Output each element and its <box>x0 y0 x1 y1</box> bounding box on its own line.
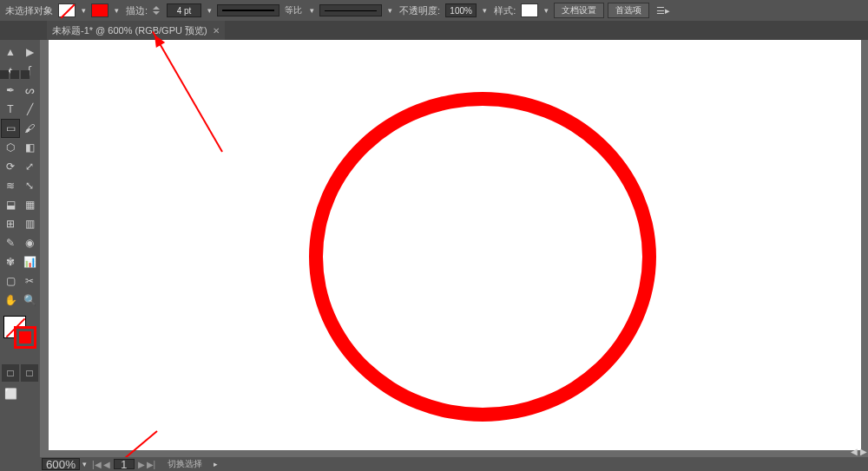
slice-tool[interactable]: ✂ <box>21 272 38 290</box>
artboard-nav: |◀ ◀ <box>89 460 114 469</box>
rotate-tool[interactable]: ⟳ <box>2 158 19 175</box>
opacity-dropdown[interactable]: ▾ <box>480 3 489 17</box>
zoom-dropdown[interactable]: ▾ <box>80 457 89 471</box>
gradient-tool[interactable]: ▥ <box>21 215 38 232</box>
style-label: 样式: <box>492 4 517 17</box>
fill-stroke-swatches[interactable] <box>2 316 38 350</box>
annotation-arrow-1 <box>152 31 223 153</box>
status-bar: ▾ |◀ ◀ ▶ ▶| 切换选择 ▸ <box>0 457 868 471</box>
toolbox: ▲ ▶ ✦ ʃ ✒ ᔕ T ╱ ▭ 🖌 ⬡ ◧ ⟳ ⤢ ≋ ⤡ ⬓ ▦ ⊞ ▥ … <box>0 40 40 457</box>
paintbrush-tool[interactable]: 🖌 <box>21 120 38 137</box>
width-tool[interactable]: ≋ <box>2 177 19 194</box>
options-flyout-icon[interactable]: ☰▸ <box>653 5 674 16</box>
direct-selection-tool[interactable]: ▶ <box>21 43 38 61</box>
graphic-style-swatch[interactable] <box>521 3 538 17</box>
symbol-sprayer-tool[interactable]: ✾ <box>2 253 19 271</box>
rectangle-tool[interactable]: ▭ <box>2 120 19 137</box>
stroke-color-swatch[interactable] <box>14 326 36 349</box>
canvas-wrap: ◀ ▶ <box>40 40 868 457</box>
pen-tool[interactable]: ✒ <box>2 82 19 99</box>
selection-status-label[interactable]: 切换选择 <box>159 458 211 470</box>
stroke-width-dropdown[interactable]: ▾ <box>205 3 214 17</box>
artboard-prev-icon[interactable]: ◀ <box>103 460 110 469</box>
document-setup-button[interactable]: 文档设置 <box>554 3 604 18</box>
stroke-width-input[interactable] <box>167 3 201 17</box>
brush-def-dropdown[interactable]: ▾ <box>385 3 394 17</box>
curvature-tool[interactable]: ᔕ <box>21 82 38 99</box>
no-selection-label: 未选择对象 <box>3 4 55 17</box>
screen-mode-button[interactable]: ⬜ <box>2 385 19 402</box>
hand-tool[interactable]: ✋ <box>2 291 19 309</box>
artboard-first-icon[interactable]: |◀ <box>92 460 102 469</box>
opacity-input[interactable] <box>445 3 477 17</box>
status-dropdown[interactable]: ▸ <box>211 457 220 471</box>
artboard-tool[interactable]: ▢ <box>2 272 19 290</box>
artboard-nav-next: ▶ ▶| <box>135 460 160 469</box>
selection-tool[interactable]: ▲ <box>2 43 19 61</box>
stroke-dropdown[interactable]: ▾ <box>112 3 121 17</box>
scroll-arrow-icon[interactable]: ◀ ▶ <box>851 447 867 456</box>
stroke-swatch[interactable] <box>91 3 108 17</box>
drawing-mode-behind[interactable]: □ <box>21 364 38 382</box>
stroke-profile-label: 等比 <box>283 4 304 16</box>
shaper-tool[interactable]: ⬡ <box>2 139 19 156</box>
options-bar: 未选择对象 ▾ ▾ 描边: ▾ 等比 ▾ ▾ 不透明度: ▾ 样式: ▾ 文档设… <box>0 0 868 21</box>
stroke-profile-dropdown[interactable]: ▾ <box>307 3 316 17</box>
artboard-last-icon[interactable]: ▶| <box>147 460 156 469</box>
line-segment-tool[interactable]: ╱ <box>21 101 38 118</box>
perspective-grid-tool[interactable]: ▦ <box>21 196 38 213</box>
brush-def-preview[interactable] <box>319 4 382 16</box>
fill-swatch[interactable] <box>58 3 76 17</box>
graphic-style-dropdown[interactable]: ▾ <box>542 3 550 17</box>
artboard-number-input[interactable] <box>114 459 135 469</box>
opacity-label: 不透明度: <box>398 4 442 17</box>
scale-tool[interactable]: ⤢ <box>21 158 38 175</box>
blend-tool[interactable]: ◉ <box>21 234 38 252</box>
stroke-label: 描边: <box>124 4 149 17</box>
mesh-tool[interactable]: ⊞ <box>2 215 19 232</box>
stroke-width-spinner[interactable] <box>153 3 163 17</box>
document-tab-label: 未标题-1* @ 600% (RGB/GPU 预览) <box>52 24 207 37</box>
drawing-mode-normal[interactable]: □ <box>2 364 19 382</box>
column-graph-tool[interactable]: 📊 <box>21 253 38 271</box>
eraser-tool[interactable]: ◧ <box>21 139 38 156</box>
zoom-level-input[interactable] <box>42 458 80 470</box>
stroke-profile-preview[interactable] <box>217 4 279 16</box>
drawn-circle-shape[interactable] <box>309 92 656 422</box>
artboard-next-icon[interactable]: ▶ <box>138 460 145 469</box>
color-mode-minis[interactable] <box>0 70 35 81</box>
close-tab-icon[interactable]: ✕ <box>213 26 220 36</box>
zoom-tool[interactable]: 🔍 <box>21 291 38 309</box>
fill-dropdown[interactable]: ▾ <box>79 3 88 17</box>
type-tool[interactable]: T <box>2 101 19 118</box>
canvas[interactable] <box>49 40 861 450</box>
preferences-button[interactable]: 首选项 <box>608 3 649 18</box>
free-transform-tool[interactable]: ⤡ <box>21 177 38 194</box>
shape-builder-tool[interactable]: ⬓ <box>2 196 19 213</box>
eyedropper-tool[interactable]: ✎ <box>2 234 19 252</box>
document-tabs: 未标题-1* @ 600% (RGB/GPU 预览) ✕ <box>0 21 868 40</box>
document-tab-1[interactable]: 未标题-1* @ 600% (RGB/GPU 预览) ✕ <box>47 21 225 40</box>
